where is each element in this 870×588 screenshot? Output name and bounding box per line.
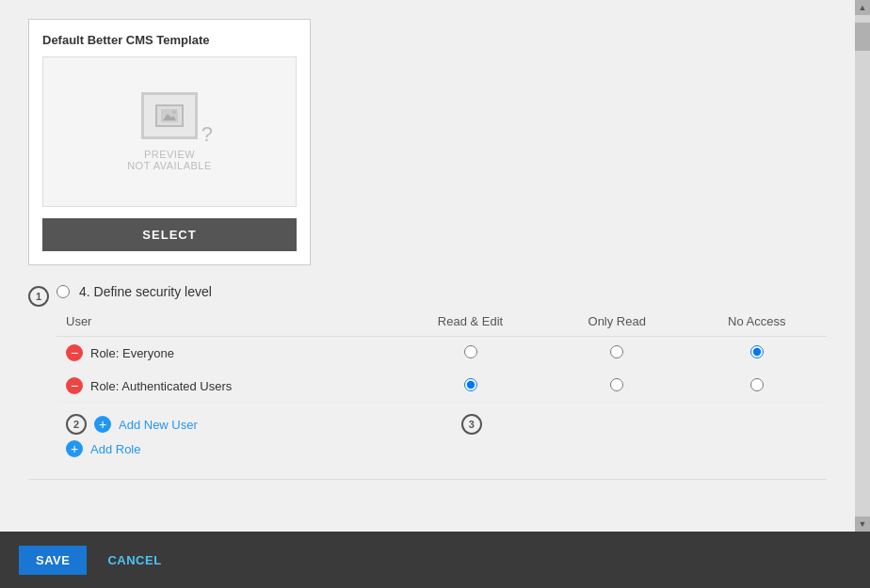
add-user-row: 2 + Add New User 3 <box>56 403 827 469</box>
user-cell-inner-1: − Role: Everyone <box>66 344 384 361</box>
footer-bar: SAVE CANCEL <box>0 532 870 588</box>
no-access-cell-2[interactable] <box>686 370 827 403</box>
landscape-icon <box>161 109 178 122</box>
template-preview: ? PREVIEW NOT AVAILABLE <box>42 56 297 207</box>
app-container: Default Better CMS Template <box>0 0 870 588</box>
preview-text: PREVIEW NOT AVAILABLE <box>127 149 212 171</box>
user-cell-inner-2: − Role: Authenticated Users <box>66 377 384 394</box>
add-role-button[interactable]: + <box>66 440 83 457</box>
only-read-cell-2[interactable] <box>547 370 686 403</box>
add-new-user-link[interactable]: Add New User <box>119 418 198 432</box>
user-cell-1: − Role: Everyone <box>56 337 394 370</box>
role-auth-label: Role: Authenticated Users <box>90 379 232 393</box>
template-card: Default Better CMS Template <box>28 19 311 265</box>
step-section: 1 4. Define security level User Read & E… <box>28 284 827 469</box>
badge-col-1: 1 <box>28 284 49 307</box>
radio-only-read-2[interactable] <box>610 378 623 391</box>
add-user-row-inner: 2 + Add New User 3 <box>66 414 817 435</box>
radio-read-edit-1[interactable] <box>464 345 477 358</box>
section-divider <box>28 479 827 480</box>
step-title: 4. Define security level <box>79 284 212 299</box>
badge-3: 3 <box>461 414 482 435</box>
save-button[interactable]: SAVE <box>19 546 87 575</box>
step-1-badge: 1 <box>28 286 49 307</box>
step-radio[interactable] <box>56 285 70 298</box>
add-actions: 2 + Add New User 3 <box>66 410 817 461</box>
radio-no-access-1[interactable] <box>750 345 764 358</box>
add-role-link[interactable]: Add Role <box>90 442 140 456</box>
security-table-wrap: User Read & Edit Only Read No Access <box>56 307 827 469</box>
table-header-row: User Read & Edit Only Read No Access <box>56 307 827 337</box>
remove-role-everyone-button[interactable]: − <box>66 344 83 361</box>
no-access-cell-1[interactable] <box>686 337 827 370</box>
user-cell-2: − Role: Authenticated Users <box>56 370 394 403</box>
read-edit-cell-1[interactable] <box>394 337 547 370</box>
step-header: 4. Define security level <box>56 284 827 299</box>
col-read-edit: Read & Edit <box>394 307 547 337</box>
badge-2-wrap: 2 + Add New User <box>66 414 198 435</box>
scroll-down-button[interactable]: ▼ <box>855 516 870 532</box>
scroll-thumb-area <box>855 15 870 516</box>
preview-img-inner <box>155 104 184 127</box>
radio-read-edit-2[interactable] <box>464 378 477 391</box>
col-user: User <box>56 307 394 337</box>
add-user-cell: 2 + Add New User 3 <box>56 403 827 469</box>
template-title: Default Better CMS Template <box>42 33 297 47</box>
main-scroll-area: Default Better CMS Template <box>0 0 855 532</box>
scrollbar-track: ▲ ▼ <box>855 0 870 532</box>
radio-only-read-1[interactable] <box>610 345 623 358</box>
svg-point-2 <box>172 110 176 114</box>
scroll-up-button[interactable]: ▲ <box>855 0 870 15</box>
content-area: Default Better CMS Template <box>0 0 870 532</box>
add-role-wrap: + Add Role <box>66 440 817 457</box>
preview-img-icon <box>141 92 198 139</box>
security-content: 4. Define security level User Read & Edi… <box>56 284 827 469</box>
scroll-thumb[interactable] <box>855 23 870 51</box>
add-user-button[interactable]: + <box>94 416 111 433</box>
cancel-button[interactable]: CANCEL <box>98 546 170 575</box>
only-read-cell-1[interactable] <box>547 337 686 370</box>
table-row: − Role: Everyone <box>56 337 827 370</box>
col-only-read: Only Read <box>547 307 686 337</box>
table-row: − Role: Authenticated Users <box>56 370 827 403</box>
radio-no-access-2[interactable] <box>750 378 764 391</box>
role-everyone-label: Role: Everyone <box>90 346 174 360</box>
add-user-wrap: 2 + Add New User <box>66 414 198 435</box>
select-button[interactable]: SELECT <box>42 218 297 251</box>
remove-role-auth-button[interactable]: − <box>66 377 83 394</box>
question-mark: ? <box>201 122 213 147</box>
badge-2: 2 <box>66 414 87 435</box>
preview-icon-wrap: ? <box>141 92 198 139</box>
col-no-access: No Access <box>686 307 827 337</box>
read-edit-cell-2[interactable] <box>394 370 547 403</box>
security-table: User Read & Edit Only Read No Access <box>56 307 827 469</box>
